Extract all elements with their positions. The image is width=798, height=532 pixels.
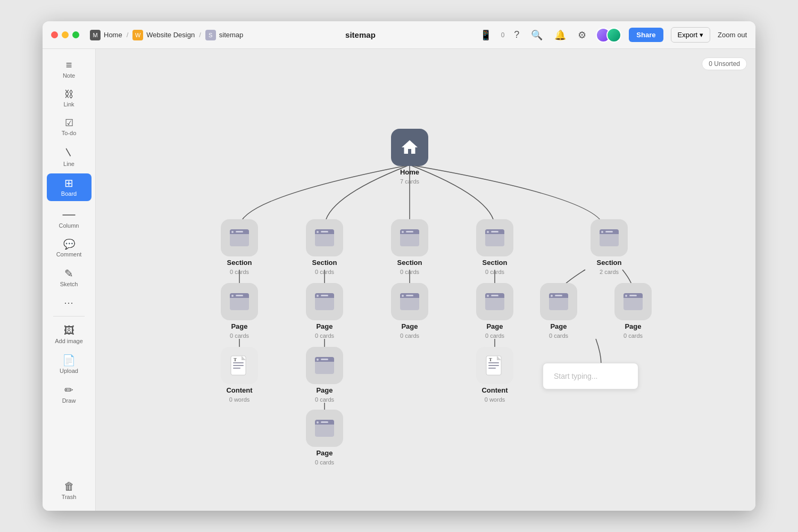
page-l2-2-icon	[391, 283, 428, 320]
sidebar-item-todo[interactable]: ☑ To-do	[47, 114, 92, 140]
section3-label: Section	[483, 259, 508, 267]
page-title: sitemap	[250, 30, 471, 39]
section4-icon	[591, 219, 628, 256]
close-button[interactable]	[51, 31, 58, 38]
home-svg-icon	[400, 138, 419, 157]
node-content-2[interactable]: T Content 0 words	[476, 347, 513, 403]
sidebar-item-add-image[interactable]: 🖼 Add image	[47, 321, 92, 348]
page-l2-1-sub: 0 cards	[315, 332, 334, 339]
sketch-icon: ✎	[64, 268, 73, 279]
sidebar-divider	[53, 316, 85, 317]
node-section-4[interactable]: Section 2 cards	[591, 219, 628, 275]
content0-sub: 0 words	[229, 396, 250, 403]
section0-label: Section	[227, 259, 252, 267]
zoom-out-button[interactable]: Zoom out	[718, 31, 747, 39]
sidebar-item-link[interactable]: ⛓ Link	[47, 85, 92, 112]
titlebar: M Home / W Website Design / S sitemap si…	[43, 21, 755, 49]
export-button[interactable]: Export ▾	[671, 27, 711, 43]
node-page-l2-2[interactable]: Page 0 cards	[391, 283, 428, 339]
typing-box[interactable]: Start typing...	[543, 363, 638, 389]
svg-point-38	[402, 295, 404, 297]
traffic-lights	[51, 31, 79, 38]
page-l2-4a-label: Page	[550, 322, 567, 330]
node-page-l4-0[interactable]: Page 0 cards	[306, 410, 343, 466]
section1-icon	[306, 219, 343, 256]
sidebar-item-comment[interactable]: 💬 Comment	[47, 235, 92, 262]
svg-point-64	[317, 359, 319, 361]
node-section-2[interactable]: Section 0 cards	[391, 219, 428, 275]
section2-sub: 0 cards	[400, 269, 419, 275]
sidebar-item-more[interactable]: ···	[47, 294, 92, 312]
sidebar-item-upload[interactable]: 📄 Upload	[47, 351, 92, 378]
section1-sub: 0 cards	[315, 269, 334, 275]
svg-point-3	[231, 231, 234, 233]
sidebar-item-board[interactable]: ⊞ Board	[47, 173, 92, 201]
node-page-l3-1[interactable]: Page 0 cards	[306, 347, 343, 403]
avatar-2	[606, 28, 621, 43]
doc-svg-2: T	[485, 355, 504, 376]
page-l2-0-sub: 0 cards	[230, 332, 249, 339]
breadcrumb-sitemap[interactable]: S sitemap	[205, 30, 244, 40]
node-page-l2-4a[interactable]: Page 0 cards	[540, 283, 577, 339]
notifications-icon[interactable]: 🔔	[552, 27, 568, 43]
page-l2-0-label: Page	[231, 322, 247, 330]
node-page-l2-4b[interactable]: Page 0 cards	[614, 283, 652, 339]
node-section-0[interactable]: Section 0 cards	[221, 219, 258, 275]
node-section-1[interactable]: Section 0 cards	[306, 219, 343, 275]
section0-sub: 0 cards	[230, 269, 249, 275]
svg-point-23	[601, 231, 603, 233]
svg-rect-29	[236, 295, 243, 296]
page-svg-l4	[314, 419, 335, 438]
sidebar-item-note[interactable]: ≡ Note	[47, 55, 92, 83]
svg-rect-58	[233, 365, 244, 366]
trash-icon: 🗑	[64, 481, 74, 492]
node-page-l2-0[interactable]: Page 0 cards	[221, 283, 258, 339]
page-l3-1-icon	[306, 347, 343, 384]
svg-point-18	[487, 231, 489, 233]
main-area: ≡ Note ⛓ Link ☑ To-do / Line ⊞ Board — C…	[43, 49, 755, 511]
section2-icon	[391, 219, 428, 256]
svg-rect-65	[321, 359, 328, 360]
home-breadcrumb-icon: M	[90, 30, 101, 40]
sidebar-item-draw[interactable]: ✏ Draw	[47, 380, 92, 408]
page-l2-4b-label: Page	[625, 322, 641, 330]
svg-rect-76	[321, 421, 328, 423]
search-icon[interactable]: 🔍	[529, 27, 545, 43]
column-icon: —	[63, 207, 76, 220]
unsorted-badge: 0 Unsorted	[702, 57, 747, 70]
sidebar-item-trash[interactable]: 🗑 Trash	[47, 477, 92, 504]
help-icon[interactable]: ?	[512, 27, 521, 43]
svg-rect-49	[555, 295, 562, 296]
node-content-0[interactable]: T Content 0 words	[221, 347, 258, 403]
settings-icon[interactable]: ⚙	[576, 27, 588, 43]
node-page-l2-3[interactable]: Page 0 cards	[476, 283, 513, 339]
maximize-button[interactable]	[72, 31, 79, 38]
svg-point-13	[402, 231, 404, 233]
breadcrumb-home[interactable]: M Home	[90, 30, 122, 40]
sidebar-item-column[interactable]: — Column	[47, 203, 92, 233]
page-svg-5b	[622, 292, 644, 311]
node-page-l2-1[interactable]: Page 0 cards	[306, 283, 343, 339]
page-svg-l3	[314, 356, 335, 375]
breadcrumb-sep1: /	[127, 31, 129, 39]
sidebar-item-sketch[interactable]: ✎ Sketch	[47, 264, 92, 292]
svg-rect-19	[491, 231, 498, 232]
minimize-button[interactable]	[62, 31, 69, 38]
canvas[interactable]: 0 Unsorted	[96, 49, 755, 511]
svg-rect-70	[488, 368, 496, 369]
breadcrumb-home-label: Home	[104, 31, 122, 39]
page-l2-4b-icon	[614, 283, 652, 320]
page-l2-3-label: Page	[486, 322, 503, 330]
page-l2-2-label: Page	[401, 322, 418, 330]
page-l2-4a-icon	[540, 283, 577, 320]
svg-rect-24	[605, 231, 613, 232]
svg-rect-9	[321, 231, 328, 232]
breadcrumb-website-design[interactable]: W Website Design	[132, 30, 195, 40]
share-button[interactable]: Share	[629, 28, 663, 42]
section4-label: Section	[597, 259, 622, 267]
node-section-3[interactable]: Section 0 cards	[476, 219, 513, 275]
node-home[interactable]: Home 7 cards	[391, 129, 428, 185]
sidebar-item-line[interactable]: / Line	[47, 143, 92, 171]
device-icon[interactable]: 📱	[478, 27, 494, 43]
home-node-sub: 7 cards	[400, 178, 419, 185]
